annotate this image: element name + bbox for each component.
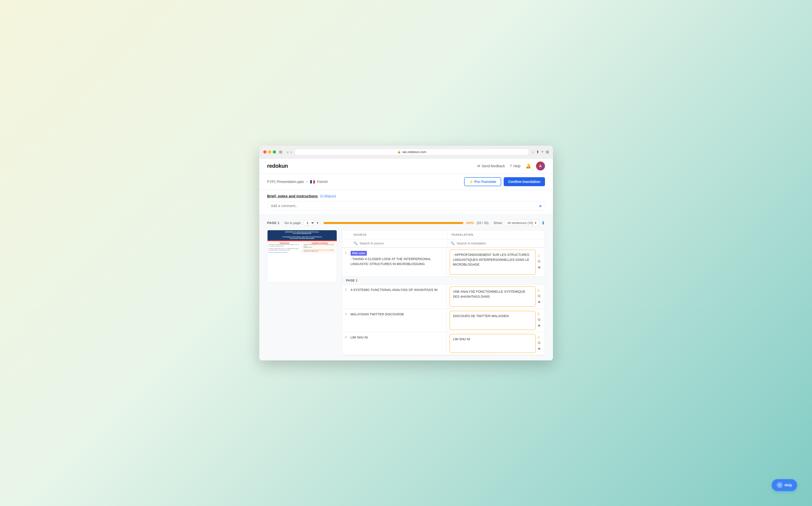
flag-button[interactable]: ⚑ bbox=[537, 265, 541, 270]
source-column-header: SOURCE bbox=[342, 230, 447, 239]
translation-search-input[interactable] bbox=[457, 241, 542, 245]
help-circle-icon: ? bbox=[777, 482, 783, 488]
brief-section: Brief, notes and instructions (Collapse)… bbox=[259, 190, 553, 215]
source-cell: MALAYSIAN TWITTER DISCOURSE bbox=[350, 309, 447, 332]
send-feedback-button[interactable]: ✉ Send feedback bbox=[477, 164, 505, 168]
file-name[interactable]: FYP1 Presentation.pptx bbox=[267, 180, 304, 184]
breadcrumb-separator: > bbox=[306, 180, 308, 184]
source-search-cell: 🔍 bbox=[342, 239, 448, 247]
sidebar-toggle-button[interactable]: ⊞ bbox=[279, 150, 282, 154]
progress-bar bbox=[324, 222, 463, 224]
close-window-button[interactable] bbox=[263, 150, 267, 154]
info-icon[interactable]: ⚠ bbox=[537, 254, 541, 258]
info-icon[interactable]: ⚠ bbox=[537, 288, 541, 292]
language-label: French bbox=[317, 180, 328, 184]
source-search-input[interactable] bbox=[360, 241, 445, 245]
browser-window: ⊞ ‹ › 🔒 we.redokun.com ↓ ⬆ + ⊞ redokun ✉… bbox=[259, 146, 553, 360]
help-fab-button[interactable]: ? Help bbox=[772, 479, 797, 491]
pretranslate-button[interactable]: ⚡ Pre-Translate bbox=[464, 177, 502, 186]
breadcrumb-bar: FYP1 Presentation.pptx > 🇫🇷 French ⚡ Pre… bbox=[259, 174, 553, 190]
flag-button[interactable]: ⚑ bbox=[537, 323, 541, 329]
progress-wrap: 100% (33 / 33) bbox=[324, 221, 488, 225]
bookmark-icon[interactable]: ↓ bbox=[532, 150, 534, 154]
lock-icon: 🔒 bbox=[397, 150, 401, 154]
translation-input[interactable] bbox=[450, 311, 536, 330]
slide-preview: DEPARTMENT OF LANGUAGES AND LINGUISTICS … bbox=[268, 230, 337, 282]
slide-dept-header: DEPARTMENT OF LANGUAGES AND LINGUISTICS … bbox=[268, 230, 337, 235]
brief-header: Brief, notes and instructions (Collapse) bbox=[267, 194, 545, 198]
comment-input[interactable] bbox=[267, 201, 545, 210]
translation-input[interactable] bbox=[450, 334, 536, 353]
row-number: 1 bbox=[342, 248, 350, 276]
url-text: we.redokun.com bbox=[402, 150, 426, 154]
table-row: 4 LIM SHU NI ⚠ ⧉ ⚑ bbox=[342, 332, 545, 355]
search-icon: 🔍 bbox=[354, 241, 358, 245]
flag-icon: 🇫🇷 bbox=[310, 179, 315, 184]
translation-input[interactable] bbox=[450, 250, 536, 274]
flag-button[interactable]: ⚑ bbox=[537, 346, 541, 352]
minimize-window-button[interactable] bbox=[268, 150, 271, 154]
table-row: 3 MALAYSIAN TWITTER DISCOURSE ⚠ ⧉ ⚑ bbox=[342, 309, 545, 332]
copy-button[interactable]: ⧉ bbox=[537, 317, 541, 322]
column-headers: SOURCE TRANSLATION bbox=[342, 230, 545, 239]
row-number: 2 bbox=[342, 284, 350, 309]
translation-panel: SOURCE TRANSLATION 🔍 🔍 bbox=[342, 230, 545, 355]
send-comment-button[interactable]: ➤ bbox=[539, 203, 542, 208]
row-number: 4 bbox=[342, 332, 350, 355]
show-select-dropdown[interactable]: All sentences (33) ▾ bbox=[505, 220, 539, 226]
translation-column-header: TRANSLATION bbox=[447, 230, 545, 239]
translation-actions: ⚠ ⧉ ⚑ bbox=[536, 334, 542, 353]
avatar[interactable]: A bbox=[536, 162, 545, 170]
source-cell: Slide notes : TAKING A CLOSER LOOK AT TH… bbox=[350, 248, 447, 276]
translation-input[interactable] bbox=[450, 286, 536, 307]
info-icon[interactable]: ⚠ bbox=[537, 312, 541, 316]
progress-fill bbox=[324, 222, 463, 224]
translation-cell: ⚠ ⧉ ⚑ bbox=[447, 332, 545, 355]
copy-button[interactable]: ⧉ bbox=[537, 259, 541, 264]
translation-cell: ⚠ ⧉ ⚑ bbox=[447, 248, 545, 276]
translation-cell: ⚠ ⧉ ⚑ bbox=[447, 284, 545, 309]
slide-content: DEPARTMENT OF LANGUAGES AND LINGUISTICS … bbox=[268, 230, 337, 282]
browser-chrome: ⊞ ‹ › 🔒 we.redokun.com ↓ ⬆ + ⊞ bbox=[259, 146, 553, 159]
source-cell: LIM SHU NI bbox=[350, 332, 447, 355]
address-bar[interactable]: 🔒 we.redokun.com bbox=[295, 149, 529, 155]
collapse-button[interactable]: (Collapse) bbox=[320, 194, 336, 198]
flag-button[interactable]: ⚑ bbox=[537, 300, 541, 305]
page-header-row: PAGE 1 Go to page: 1 ▾ 100% (33 / 33) Sh… bbox=[267, 220, 545, 226]
translation-search-cell: 🔍 bbox=[448, 239, 545, 247]
fullscreen-window-button[interactable] bbox=[273, 150, 276, 154]
info-icon[interactable]: ⚠ bbox=[537, 335, 541, 339]
envelope-icon: ✉ bbox=[477, 164, 480, 168]
grid-icon[interactable]: ⊞ bbox=[546, 150, 549, 154]
share-icon[interactable]: ⬆ bbox=[536, 150, 539, 154]
progress-count: (33 / 33) bbox=[476, 221, 488, 225]
slide-title: A SYSTEMIC FUNCTIONAL ANALYSIS OF #HASHT… bbox=[268, 235, 337, 240]
help-button[interactable]: ? Help bbox=[510, 164, 521, 168]
table-row: 2 A SYSTEMIC FUNCTIONAL ANALYSIS OF #HAS… bbox=[342, 284, 545, 309]
notification-button[interactable]: 🔔 bbox=[526, 163, 531, 169]
thumbnail-panel: DEPARTMENT OF LANGUAGES AND LINGUISTICS … bbox=[267, 230, 337, 355]
download-button[interactable]: ⬇ bbox=[541, 220, 545, 226]
new-tab-icon[interactable]: + bbox=[541, 150, 543, 154]
chevron-down-icon: ▾ bbox=[317, 221, 319, 225]
translation-cell: ⚠ ⧉ ⚑ bbox=[447, 309, 545, 332]
translation-actions: ⚠ ⧉ ⚑ bbox=[536, 311, 542, 330]
question-icon: ? bbox=[510, 164, 512, 168]
back-button[interactable]: ‹ bbox=[287, 150, 288, 154]
translation-actions: ⚠ ⧉ ⚑ bbox=[536, 250, 542, 274]
copy-button[interactable]: ⧉ bbox=[537, 340, 541, 345]
forward-button[interactable]: › bbox=[290, 150, 292, 154]
progress-percentage: 100% bbox=[466, 221, 474, 225]
page-select[interactable]: 1 bbox=[303, 220, 315, 226]
main-content: PAGE 1 Go to page: 1 ▾ 100% (33 / 33) Sh… bbox=[259, 215, 553, 360]
slide-thumbnail[interactable]: DEPARTMENT OF LANGUAGES AND LINGUISTICS … bbox=[267, 230, 337, 282]
traffic-lights bbox=[263, 150, 276, 154]
source-cell: A SYSTEMIC FUNCTIONAL ANALYSIS OF #HASHT… bbox=[350, 284, 447, 309]
slide-notes-badge: Slide notes bbox=[351, 251, 367, 256]
confirm-translation-button[interactable]: Confirm translation bbox=[504, 177, 545, 186]
two-panel: DEPARTMENT OF LANGUAGES AND LINGUISTICS … bbox=[267, 230, 545, 355]
header-actions: ✉ Send feedback ? Help 🔔 A bbox=[477, 162, 545, 170]
copy-button[interactable]: ⧉ bbox=[537, 293, 541, 299]
page-label: PAGE 1 bbox=[267, 221, 280, 225]
table-row: 1 Slide notes : TAKING A CLOSER LOOK AT … bbox=[342, 248, 545, 277]
